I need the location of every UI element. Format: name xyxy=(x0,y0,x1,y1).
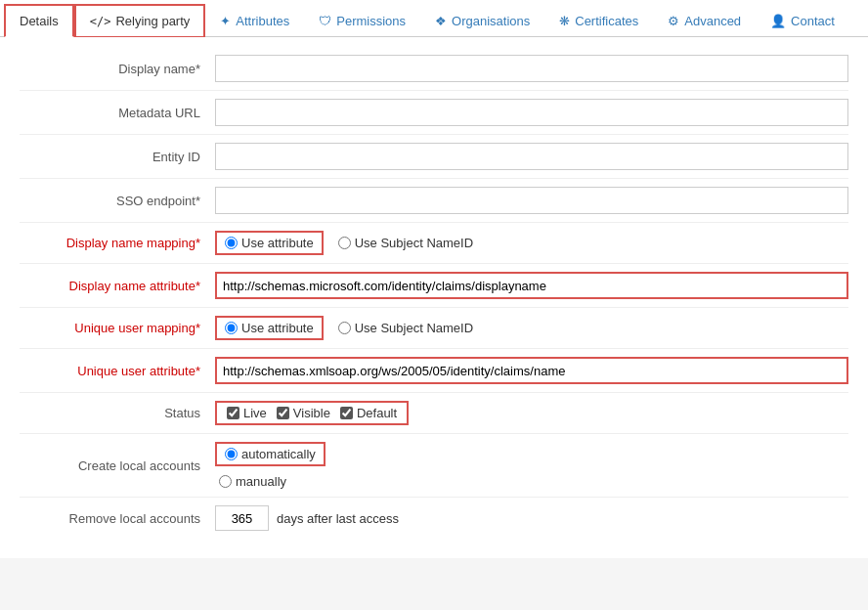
display-name-mapping-radio2[interactable] xyxy=(338,237,351,249)
unique-user-mapping-radio1[interactable] xyxy=(225,322,238,334)
tab-attributes-label: Attributes xyxy=(236,14,289,28)
tab-relying-party-label: Relying party xyxy=(115,14,190,28)
display-name-mapping-group: Use attribute Use Subject NameID xyxy=(215,231,473,255)
form-container: Display name* Metadata URL Entity ID SSO… xyxy=(0,37,868,558)
create-local-accounts-label: Create local accounts xyxy=(20,458,215,473)
unique-user-mapping-option1-wrap: Use attribute xyxy=(215,316,324,340)
status-checkbox-group: Live Visible Default xyxy=(215,401,409,425)
tab-permissions-icon: 🛡 xyxy=(319,14,331,28)
tab-organisations[interactable]: ❖ Organisations xyxy=(420,4,544,37)
display-name-mapping-label: Display name mapping* xyxy=(20,236,215,250)
unique-user-mapping-row: Unique user mapping* Use attribute Use S… xyxy=(20,308,848,349)
tab-advanced-icon: ⚙ xyxy=(668,14,679,28)
status-default-label: Default xyxy=(357,406,397,420)
tab-advanced[interactable]: ⚙ Advanced xyxy=(653,4,756,37)
status-default-item[interactable]: Default xyxy=(340,406,397,420)
display-name-attribute-input[interactable] xyxy=(215,272,848,299)
unique-user-mapping-option1-label: Use attribute xyxy=(241,321,314,335)
tab-details[interactable]: Details xyxy=(4,4,74,37)
tab-certificates-label: Certificates xyxy=(575,14,638,28)
tab-bar: Details </> Relying party ✦ Attributes 🛡… xyxy=(0,0,868,37)
display-name-label: Display name* xyxy=(20,62,215,76)
unique-user-attribute-label: Unique user attribute* xyxy=(20,364,215,378)
tab-details-label: Details xyxy=(20,14,59,28)
create-local-accounts-option1-wrap: automatically xyxy=(215,442,326,466)
unique-user-mapping-option2-label: Use Subject NameID xyxy=(355,321,473,335)
status-label: Status xyxy=(20,406,215,420)
entity-id-input[interactable] xyxy=(215,143,848,170)
tab-relying-party-icon: </> xyxy=(90,15,111,28)
display-name-row: Display name* xyxy=(20,47,848,91)
tab-attributes-icon: ✦ xyxy=(220,14,231,28)
create-local-accounts-group: automatically manually xyxy=(215,442,326,489)
status-live-label: Live xyxy=(243,406,267,420)
status-visible-item[interactable]: Visible xyxy=(277,406,330,420)
tab-contact-label: Contact xyxy=(791,14,835,28)
sso-endpoint-label: SSO endpoint* xyxy=(20,194,215,208)
tab-organisations-label: Organisations xyxy=(452,14,530,28)
tab-attributes[interactable]: ✦ Attributes xyxy=(205,4,304,37)
remove-local-accounts-days-input[interactable] xyxy=(215,505,269,531)
sso-endpoint-row: SSO endpoint* xyxy=(20,179,848,223)
unique-user-mapping-group: Use attribute Use Subject NameID xyxy=(215,316,473,340)
tab-contact-icon: 👤 xyxy=(770,14,786,28)
tab-permissions[interactable]: 🛡 Permissions xyxy=(304,4,420,37)
status-visible-checkbox[interactable] xyxy=(277,407,289,419)
unique-user-mapping-label: Unique user mapping* xyxy=(20,321,215,335)
create-local-accounts-row: Create local accounts automatically manu… xyxy=(20,434,848,498)
tab-contact[interactable]: 👤 Contact xyxy=(756,4,849,37)
tab-advanced-label: Advanced xyxy=(684,14,741,28)
remove-local-accounts-content: days after last access xyxy=(215,505,399,531)
create-local-accounts-radio1[interactable] xyxy=(225,448,238,460)
create-local-accounts-option1-label: automatically xyxy=(241,447,316,461)
status-live-checkbox[interactable] xyxy=(227,407,239,419)
display-name-mapping-option2-item[interactable]: Use Subject NameID xyxy=(338,236,473,250)
unique-user-mapping-radio2[interactable] xyxy=(338,322,351,334)
tab-certificates[interactable]: ❋ Certificates xyxy=(544,4,653,37)
entity-id-label: Entity ID xyxy=(20,150,215,164)
metadata-url-label: Metadata URL xyxy=(20,106,215,120)
tab-certificates-icon: ❋ xyxy=(559,14,570,28)
display-name-mapping-radio1[interactable] xyxy=(225,237,238,249)
create-local-accounts-radio2[interactable] xyxy=(219,475,232,488)
display-name-mapping-option1-label: Use attribute xyxy=(241,236,314,250)
remove-local-accounts-label: Remove local accounts xyxy=(20,511,215,526)
metadata-url-row: Metadata URL xyxy=(20,91,848,135)
remove-local-accounts-row: Remove local accounts days after last ac… xyxy=(20,498,848,539)
tab-relying-party[interactable]: </> Relying party xyxy=(74,4,206,37)
tab-permissions-label: Permissions xyxy=(336,14,406,28)
unique-user-attribute-row: Unique user attribute* xyxy=(20,349,848,393)
entity-id-row: Entity ID xyxy=(20,135,848,179)
unique-user-mapping-option2-item[interactable]: Use Subject NameID xyxy=(338,321,473,335)
metadata-url-input[interactable] xyxy=(215,99,848,126)
status-row: Status Live Visible Default xyxy=(20,393,848,434)
sso-endpoint-input[interactable] xyxy=(215,187,848,214)
tab-organisations-icon: ❖ xyxy=(435,14,447,28)
display-name-input[interactable] xyxy=(215,55,848,82)
status-live-item[interactable]: Live xyxy=(227,406,267,420)
create-local-accounts-option2-label: manually xyxy=(236,474,286,489)
remove-local-accounts-suffix: days after last access xyxy=(277,511,399,526)
status-visible-label: Visible xyxy=(293,406,330,420)
create-local-accounts-option2-item[interactable]: manually xyxy=(219,474,326,489)
display-name-mapping-option1-wrap: Use attribute xyxy=(215,231,324,255)
display-name-attribute-row: Display name attribute* xyxy=(20,264,848,308)
unique-user-attribute-input[interactable] xyxy=(215,357,848,384)
display-name-attribute-label: Display name attribute* xyxy=(20,279,215,293)
display-name-mapping-option2-label: Use Subject NameID xyxy=(355,236,473,250)
status-default-checkbox[interactable] xyxy=(340,407,353,419)
display-name-mapping-row: Display name mapping* Use attribute Use … xyxy=(20,223,848,264)
